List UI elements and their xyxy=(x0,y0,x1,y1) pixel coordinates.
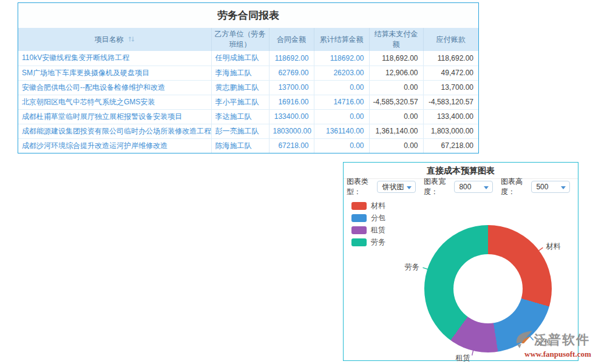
legend-item[interactable]: 材料 xyxy=(351,202,385,210)
settled-amount-cell: 0.00 xyxy=(314,80,369,95)
table-row: SM广场地下车库更换摄像机及硬盘项目李海施工队62769.0026203.001… xyxy=(18,66,478,80)
project-link[interactable]: 安徽合肥供电公司--配电设备检修维护和改造 xyxy=(18,80,211,95)
project-link[interactable]: 110kV安徽线程集变开断线路工程 xyxy=(18,51,211,66)
project-link[interactable]: 成都沙河环境综合提升改造运河护岸维修改造 xyxy=(18,138,211,153)
chart-type-label: 图表类型： xyxy=(347,177,375,197)
project-link[interactable]: 北京朝阳区电气中芯特气系统之GMS安装 xyxy=(18,95,211,109)
unit-cell: 黄志鹏施工队 xyxy=(211,80,269,95)
unit-cell: 任明成施工队 xyxy=(211,51,269,66)
chevron-down-icon xyxy=(407,186,412,189)
report-title: 劳务合同报表 xyxy=(18,3,478,28)
legend-swatch xyxy=(351,238,367,246)
legend-swatch xyxy=(351,214,367,222)
chart-width-label: 图表宽度： xyxy=(424,177,452,197)
table-row: 北京朝阳区电气中芯特气系统之GMS安装李小平施工队16916.0014716.0… xyxy=(18,95,478,109)
settled-amount-cell: 26203.00 xyxy=(314,66,369,80)
labor-contract-report-panel: 劳务合同报表 项目名称 乙方单位（劳务班组） 合同金额 累计结算金额 结算未支付… xyxy=(18,2,479,153)
unit-cell: 彭一亮施工队 xyxy=(211,124,269,138)
table-row: 110kV安徽线程集变开断线路工程任明成施工队118692.00118692.0… xyxy=(18,51,478,66)
contract-amount-cell: 1803000.00 xyxy=(269,124,314,138)
fanpu-logo-icon xyxy=(516,331,533,349)
legend-item[interactable]: 劳务 xyxy=(351,238,385,246)
fanpu-watermark: 泛普软件 www.fanpusoft.com xyxy=(516,331,607,359)
slice-label: 材料 xyxy=(546,241,561,252)
payable-cell: 67,218.00 xyxy=(423,138,478,153)
settled-amount-cell: 118692.00 xyxy=(314,51,369,66)
column-header-settled-amount: 累计结算金额 xyxy=(314,28,369,51)
settled-amount-cell: 0.00 xyxy=(314,109,369,124)
chart-controls: 图表类型： 饼状图 图表宽度： 800 图表高度： 500 xyxy=(344,179,578,195)
table-row: 成都能源建设集团投资有限公司临时办公场所装修改造工程EPC彭一亮施工队18030… xyxy=(18,124,478,138)
chart-width-group: 图表宽度： 800 xyxy=(424,177,493,197)
donut-hole xyxy=(453,254,523,323)
header-row: 项目名称 乙方单位（劳务班组） 合同金额 累计结算金额 结算未支付金额 应付账款 xyxy=(18,28,478,51)
unpaid-amount-cell: 0.00 xyxy=(369,109,423,124)
unpaid-amount-cell: 12,906.00 xyxy=(369,66,423,80)
settled-amount-cell: 0.00 xyxy=(314,138,369,153)
column-header-project-label: 项目名称 xyxy=(95,35,124,44)
payable-cell: -4,583,120.57 xyxy=(423,95,478,109)
unit-cell: 李达施工队 xyxy=(211,109,269,124)
watermark-brand: 泛普软件 xyxy=(534,331,590,348)
table-row: 成都沙河环境综合提升改造运河护岸维修改造陈海施工队67218.000.000.0… xyxy=(18,138,478,153)
settled-amount-cell: 14716.00 xyxy=(314,95,369,109)
chart-legend: 材料分包租赁劳务 xyxy=(351,202,385,251)
column-header-unpaid-amount: 结算未支付金额 xyxy=(369,28,423,51)
column-header-payable: 应付账款 xyxy=(423,28,478,51)
contract-amount-cell: 62769.00 xyxy=(269,66,314,80)
legend-item[interactable]: 租赁 xyxy=(351,226,385,234)
contract-amount-cell: 13700.00 xyxy=(269,80,314,95)
chevron-down-icon xyxy=(484,186,489,189)
chart-height-label: 图表高度： xyxy=(501,177,529,197)
unpaid-amount-cell: 0.00 xyxy=(369,138,423,153)
column-header-contract-amount: 合同金额 xyxy=(269,28,314,51)
contract-amount-cell: 118692.00 xyxy=(269,51,314,66)
chart-height-group: 图表高度： 500 xyxy=(501,177,570,197)
slice-label: 租赁 xyxy=(456,353,470,363)
unpaid-amount-cell: 0.00 xyxy=(369,80,423,95)
payable-cell: 133,400.00 xyxy=(423,109,478,124)
legend-label: 租赁 xyxy=(371,225,385,235)
unpaid-amount-cell: 118,692.00 xyxy=(369,51,423,66)
unit-cell: 陈海施工队 xyxy=(211,138,269,153)
legend-item[interactable]: 分包 xyxy=(351,214,385,222)
chart-type-select[interactable]: 饼状图 xyxy=(377,181,416,193)
chart-width-select[interactable]: 800 xyxy=(454,181,493,193)
table-row: 安徽合肥供电公司--配电设备检修维护和改造黄志鹏施工队13700.000.000… xyxy=(18,80,478,95)
payable-cell: 118,692.00 xyxy=(423,51,478,66)
slice-label: 劳务 xyxy=(405,262,419,272)
project-link[interactable]: SM广场地下车库更换摄像机及硬盘项目 xyxy=(18,66,211,80)
legend-label: 劳务 xyxy=(371,237,385,248)
watermark-url: www.fanpusoft.com xyxy=(524,349,607,359)
project-link[interactable]: 成都杜甫草堂临时展厅独立展柜报警设备安装项目 xyxy=(18,109,211,124)
column-header-project[interactable]: 项目名称 xyxy=(18,28,211,51)
column-header-unit: 乙方单位（劳务班组） xyxy=(211,28,269,51)
settled-amount-cell: 1361140.00 xyxy=(314,124,369,138)
chart-type-group: 图表类型： 饼状图 xyxy=(347,177,416,197)
contract-amount-cell: 16916.00 xyxy=(269,95,314,109)
unpaid-amount-cell: -4,585,320.57 xyxy=(369,95,423,109)
payable-cell: 1,803,000.00 xyxy=(423,124,478,138)
report-table: 项目名称 乙方单位（劳务班组） 合同金额 累计结算金额 结算未支付金额 应付账款… xyxy=(18,28,478,153)
table-row: 成都杜甫草堂临时展厅独立展柜报警设备安装项目李达施工队133400.000.00… xyxy=(18,109,478,124)
chevron-down-icon xyxy=(561,186,566,189)
payable-cell: 13,700.00 xyxy=(423,80,478,95)
chart-height-select[interactable]: 500 xyxy=(531,181,570,193)
legend-swatch xyxy=(351,226,367,234)
legend-swatch xyxy=(351,202,367,210)
unit-cell: 李海施工队 xyxy=(211,66,269,80)
sort-icon[interactable] xyxy=(128,36,135,42)
legend-label: 材料 xyxy=(371,201,385,211)
contract-amount-cell: 133400.00 xyxy=(269,109,314,124)
contract-amount-cell: 67218.00 xyxy=(269,138,314,153)
payable-cell: 49,472.00 xyxy=(423,66,478,80)
unit-cell: 李小平施工队 xyxy=(211,95,269,109)
project-link[interactable]: 成都能源建设集团投资有限公司临时办公场所装修改造工程EPC xyxy=(18,124,211,138)
unpaid-amount-cell: 1,361,140.00 xyxy=(369,124,423,138)
legend-label: 分包 xyxy=(371,213,385,223)
